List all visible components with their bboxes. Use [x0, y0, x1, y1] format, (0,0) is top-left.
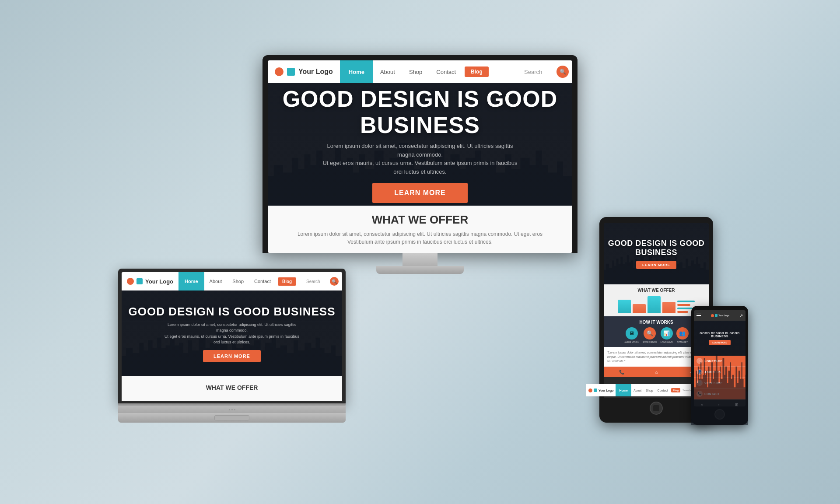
desktop-search-icon[interactable]: 🔍 [556, 66, 569, 78]
tablet-nav-contact[interactable]: Contact [655, 389, 670, 392]
tablet-search-placeholder[interactable]: Search [682, 389, 691, 392]
desktop-nav: Your Logo Home About Shop Contact Blog S… [268, 60, 572, 83]
laptop-learn-more-button[interactable]: LEARN MORE [203, 350, 261, 362]
tablet-hero-title: GOOD DESIGN IS GOOD BUSINESS [604, 239, 709, 257]
desktop-hero: GOOD DESIGN IS GOOD BUSINESS Lorem ipsum… [268, 83, 572, 206]
laptop-keyboard [118, 406, 346, 413]
tablet-home-button-inner [653, 405, 659, 411]
laptop-device: Your Logo Home About Shop Contact Blog S… [118, 269, 346, 423]
tablet-logo-area: Your Logo [604, 384, 616, 396]
desktop-logo-text: Your Logo [298, 68, 333, 76]
phone-logo-text: Your Logo [718, 314, 729, 317]
desktop-device: Your Logo Home About Shop Contact Blog S… [262, 55, 578, 274]
desktop-hero-subtitle: Lorem ipsum dolor sit amet, consectetur … [319, 142, 521, 176]
desktop-screen-border: Your Logo Home About Shop Contact Blog S… [262, 55, 578, 253]
tablet-hw-icons: 🖥 LARGE VISION 🔍 EXPERIENCE 📊 LONGWAVE [607, 327, 705, 343]
phone-share-icon[interactable]: ↗ [739, 313, 743, 318]
tablet-hw-label-3: LONGWAVE [661, 341, 673, 343]
phone-device: Your Logo ↗ GOOD DESIGN IS GOOD BUSINESS… [691, 306, 748, 425]
tablet-nav-links: Home About Shop Contact Blog [616, 384, 681, 396]
tablet-offer-chart [607, 295, 705, 313]
desktop-nav-shop[interactable]: Shop [402, 60, 429, 83]
laptop-hero-title: GOOD DESIGN IS GOOD BUSINESS [129, 305, 336, 318]
desktop-screen: Your Logo Home About Shop Contact Blog S… [268, 60, 572, 253]
tablet-bar-4 [662, 302, 676, 313]
laptop-nav-home[interactable]: Home [178, 272, 204, 290]
tablet-hw-item-2: 🔍 EXPERIENCE [643, 327, 657, 343]
phone-hero: GOOD DESIGN IS GOOD BUSINESS LEARN MORE [694, 321, 746, 356]
tablet-hero: GOOD DESIGN IS GOOD BUSINESS LEARN MORE [604, 223, 709, 284]
laptop-touchpad [214, 415, 249, 420]
tablet-nav-shop[interactable]: Shop [644, 389, 655, 392]
laptop-logo-square-icon [136, 278, 143, 284]
laptop-keyboard-dots [229, 409, 235, 410]
laptop-nav-shop[interactable]: Shop [227, 272, 249, 290]
laptop-hero: GOOD DESIGN IS GOOD BUSINESS Lorem ipsum… [122, 290, 342, 376]
logo-square-icon [287, 68, 295, 76]
desktop-nav-about[interactable]: About [373, 60, 402, 83]
laptop-search-icon[interactable]: 🔍 [330, 277, 339, 286]
laptop-logo-area: Your Logo [122, 272, 178, 290]
desktop-logo-area: Your Logo [268, 60, 340, 83]
desktop-offer-text: Lorem ipsum dolor sit amet, consectetur … [298, 230, 542, 246]
desktop-nav-home[interactable]: Home [340, 60, 373, 83]
tablet-hw-label-2: EXPERIENCE [643, 341, 657, 343]
scene: Your Logo Home About Shop Contact Blog S… [114, 55, 726, 449]
desktop-nav-blog[interactable]: Blog [465, 66, 489, 77]
tablet-hw-icon-2: 🔍 [644, 327, 656, 340]
phone-menu-homepage-label: HOMEPAGE [704, 360, 722, 363]
tablet-hw-label-4: STAN GET [677, 341, 688, 343]
tablet-hw-item-4: 👥 STAN GET [676, 327, 689, 343]
laptop-base [118, 413, 346, 423]
laptop-search-placeholder[interactable]: Search [306, 279, 328, 284]
phone-logo: Your Logo [711, 314, 729, 317]
desktop-nav-contact[interactable]: Contact [429, 60, 463, 83]
laptop-nav-search: Search 🔍 [303, 272, 342, 290]
laptop-logo-text: Your Logo [145, 278, 173, 285]
laptop-hero-subtitle: Lorem ipsum dolor sit amet, consectetur … [162, 322, 302, 346]
desktop-offer-section: WHAT WE OFFER Lorem ipsum dolor sit amet… [268, 206, 572, 253]
tablet-nav-about[interactable]: About [631, 389, 644, 392]
desktop-offer-title: WHAT WE OFFER [372, 213, 468, 227]
laptop-nav: Your Logo Home About Shop Contact Blog S… [122, 272, 342, 290]
tablet-bottom-phone-icon[interactable]: 📞 [619, 370, 624, 374]
laptop-nav-blog[interactable]: Blog [278, 277, 296, 286]
tablet-hw-icon-1: 🖥 [626, 327, 638, 340]
desktop-nav-links: Home About Shop Contact Blog [340, 60, 521, 83]
phone-border: Your Logo ↗ GOOD DESIGN IS GOOD BUSINESS… [691, 306, 748, 425]
laptop-screen: Your Logo Home About Shop Contact Blog S… [122, 272, 342, 403]
tablet-bar-2 [633, 304, 646, 313]
desktop-nav-search: Search 🔍 [521, 60, 572, 83]
laptop-nav-contact[interactable]: Contact [249, 272, 276, 290]
tablet-hw-icon-3: 📊 [661, 327, 673, 340]
phone-logo-circle-icon [711, 314, 714, 317]
phone-screen: Your Logo ↗ GOOD DESIGN IS GOOD BUSINESS… [694, 310, 746, 406]
phone-learn-more-button[interactable]: LEARN MORE [709, 340, 731, 345]
desktop-stand-neck [402, 253, 438, 266]
desktop-hero-title: GOOD DESIGN IS GOOD BUSINESS [268, 86, 572, 138]
phone-menu-about-icon: 👤 [696, 369, 703, 375]
phone-hamburger-icon[interactable] [696, 314, 701, 318]
desktop-learn-more-button[interactable]: LEARN MORE [372, 183, 468, 203]
tablet-offer-title: WHAT WE OFFER [607, 288, 705, 293]
laptop-offer-title: WHAT WE OFFER [206, 384, 258, 391]
phone-hero-title: GOOD DESIGN IS GOOD BUSINESS [696, 332, 744, 338]
phone-menu-home-icon: ⌂ [696, 358, 703, 364]
tablet-learn-more-button[interactable]: LEARN MORE [636, 261, 676, 269]
tablet-bottom-home-icon[interactable]: ⌂ [655, 370, 658, 374]
desktop-stand-base [376, 266, 464, 274]
tablet-bar-1 [618, 300, 631, 313]
tablet-hw-label-1: LARGE VISION [624, 341, 639, 343]
tablet-bar-3 [648, 296, 661, 313]
laptop-offer-section: WHAT WE OFFER [122, 376, 342, 401]
tablet-hw-item-3: 📊 LONGWAVE [661, 327, 673, 343]
tablet-logo-text: Your Logo [604, 389, 613, 392]
desktop-search-placeholder[interactable]: Search [524, 69, 555, 75]
phone-nav: Your Logo ↗ [694, 310, 746, 321]
tablet-nav-blog[interactable]: Blog [671, 388, 680, 392]
tablet-nav-home[interactable]: Home [616, 384, 631, 396]
phone-logo-square-icon [715, 314, 718, 317]
laptop-nav-about[interactable]: About [204, 272, 228, 290]
tablet-home-button[interactable] [650, 402, 663, 415]
phone-menu-homepage[interactable]: ⌂ HOMEPAGE [694, 356, 746, 367]
